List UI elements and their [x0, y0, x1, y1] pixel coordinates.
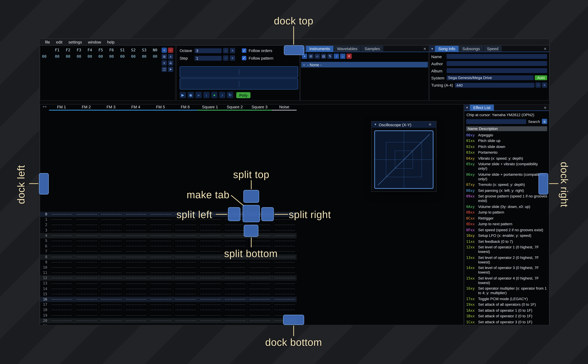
- pattern-cell[interactable]: [222, 228, 247, 233]
- collapse-arrow-icon[interactable]: [374, 123, 377, 126]
- pattern-cell[interactable]: [222, 323, 247, 325]
- pattern-cell[interactable]: [49, 297, 74, 302]
- deep-clone-order-button[interactable]: ◫: [162, 67, 167, 72]
- pattern-cell[interactable]: [123, 222, 148, 228]
- pattern-cell[interactable]: [198, 222, 222, 228]
- pattern-cell[interactable]: [222, 260, 247, 265]
- play-button[interactable]: ▶: [180, 92, 186, 98]
- pattern-cell[interactable]: [222, 275, 247, 281]
- pattern-cell[interactable]: [272, 275, 297, 281]
- pattern-cell[interactable]: [99, 212, 123, 217]
- pattern-cell[interactable]: [272, 302, 297, 307]
- pattern-cell[interactable]: [222, 265, 247, 270]
- effect-list-row[interactable]: 15xxSet level of operator 4 (0 highest, …: [466, 275, 547, 286]
- effect-list-row[interactable]: 17xxToggle PCM mode (LEGACY): [466, 296, 547, 302]
- pattern-cell[interactable]: [198, 313, 222, 318]
- pattern-cell[interactable]: [173, 222, 198, 228]
- pattern-cell[interactable]: [99, 281, 123, 286]
- effect-list-row[interactable]: 04xyVibrato (x: speed; y: depth): [466, 156, 547, 161]
- pattern-cell[interactable]: [173, 249, 198, 254]
- pattern-cell[interactable]: [198, 254, 222, 260]
- channel-header[interactable]: FM 5: [148, 104, 173, 110]
- pattern-cell[interactable]: [173, 323, 198, 325]
- tuning-minus-button[interactable]: -: [535, 83, 541, 88]
- pattern-cell[interactable]: [49, 281, 74, 286]
- step-plus-button[interactable]: +: [230, 55, 235, 61]
- effect-list-row[interactable]: 13xxSet level of operator 2 (0 highest, …: [466, 255, 547, 265]
- pattern-cell[interactable]: [99, 249, 123, 254]
- order-cell[interactable]: 00: [73, 54, 84, 58]
- channel-header[interactable]: Noise: [272, 104, 297, 110]
- pattern-cell[interactable]: [99, 233, 123, 238]
- pattern-cell[interactable]: [49, 307, 74, 313]
- pattern-cell[interactable]: [173, 260, 198, 265]
- close-icon[interactable]: [421, 47, 429, 51]
- pattern-cell[interactable]: [49, 254, 74, 260]
- metronome-button[interactable]: ♪: [219, 92, 225, 98]
- close-icon[interactable]: [542, 47, 549, 51]
- pattern-cell[interactable]: [74, 286, 99, 292]
- channel-header[interactable]: FM 2: [74, 104, 99, 110]
- order-channel-header[interactable]: F4: [84, 48, 95, 52]
- pattern-cell[interactable]: [272, 270, 297, 275]
- pattern-cell[interactable]: [272, 233, 297, 238]
- pattern-cell[interactable]: [272, 286, 297, 292]
- order-cell[interactable]: 00: [150, 54, 161, 58]
- step-minus-button[interactable]: -: [223, 55, 228, 61]
- pattern-cell[interactable]: [148, 238, 173, 244]
- pattern-cell[interactable]: [49, 228, 74, 233]
- channel-header[interactable]: Square 1: [198, 104, 222, 110]
- tab-wavetables[interactable]: Wavetables: [334, 46, 361, 52]
- repeat-pattern-button[interactable]: ↻: [227, 92, 233, 98]
- add-order-button[interactable]: +: [162, 48, 167, 53]
- effect-list-row[interactable]: 03xxPortamento: [466, 150, 547, 156]
- menu-item-window[interactable]: window: [85, 39, 104, 45]
- dock-target-split-right[interactable]: [261, 207, 274, 221]
- pattern-cell[interactable]: [74, 249, 99, 254]
- order-cell[interactable]: 00: [128, 54, 139, 58]
- piano-upper-octaves[interactable]: [180, 66, 298, 78]
- pattern-cell[interactable]: [148, 297, 173, 302]
- pattern-cell[interactable]: [74, 212, 99, 217]
- pattern-cell[interactable]: [99, 244, 123, 249]
- effect-list-row[interactable]: 0FxxSet speed (speed 2 if no grooves exi…: [466, 227, 547, 233]
- pattern-cell[interactable]: [222, 313, 247, 318]
- order-channel-header[interactable]: N0: [150, 48, 161, 52]
- pattern-cell[interactable]: [49, 302, 74, 307]
- pattern-cell[interactable]: [123, 270, 148, 275]
- pattern-cell[interactable]: [272, 265, 297, 270]
- dock-target-split-top[interactable]: [243, 190, 259, 203]
- pattern-cell[interactable]: [123, 244, 148, 249]
- pattern-cell[interactable]: [99, 302, 123, 307]
- pattern-cell[interactable]: [123, 254, 148, 260]
- name-input[interactable]: [447, 54, 547, 59]
- pattern-cell[interactable]: [222, 318, 247, 323]
- pattern-cell[interactable]: [198, 323, 222, 325]
- pattern-cell[interactable]: [148, 270, 173, 275]
- move-instrument-up-button[interactable]: ↑: [334, 54, 339, 59]
- pattern-cell[interactable]: [148, 302, 173, 307]
- pattern-cell[interactable]: [123, 292, 148, 297]
- pattern-cell[interactable]: [247, 323, 272, 325]
- order-channel-header[interactable]: F1: [52, 48, 63, 52]
- pattern-cell[interactable]: [173, 318, 198, 323]
- pattern-cell[interactable]: [148, 318, 173, 323]
- record-button[interactable]: ●: [211, 92, 218, 98]
- pattern-cell[interactable]: [123, 260, 148, 265]
- pattern-cell[interactable]: [222, 297, 247, 302]
- menu-item-help[interactable]: help: [104, 39, 118, 45]
- pattern-cell[interactable]: [198, 244, 222, 249]
- pattern-cell[interactable]: [74, 238, 99, 244]
- pattern-cell[interactable]: [173, 233, 198, 238]
- pattern-cell[interactable]: [123, 318, 148, 323]
- tab-effect-list[interactable]: Effect List: [470, 104, 494, 110]
- window-menu-arrow-icon[interactable]: [464, 104, 470, 110]
- pattern-cell[interactable]: [123, 281, 148, 286]
- pattern-cell[interactable]: [173, 302, 198, 307]
- pattern-cell[interactable]: [148, 233, 173, 238]
- pattern-cell[interactable]: [99, 254, 123, 260]
- pattern-cell[interactable]: [198, 249, 222, 254]
- pattern-cell[interactable]: [148, 281, 173, 286]
- pattern-cell[interactable]: [198, 228, 222, 233]
- pattern-cell[interactable]: [198, 302, 222, 307]
